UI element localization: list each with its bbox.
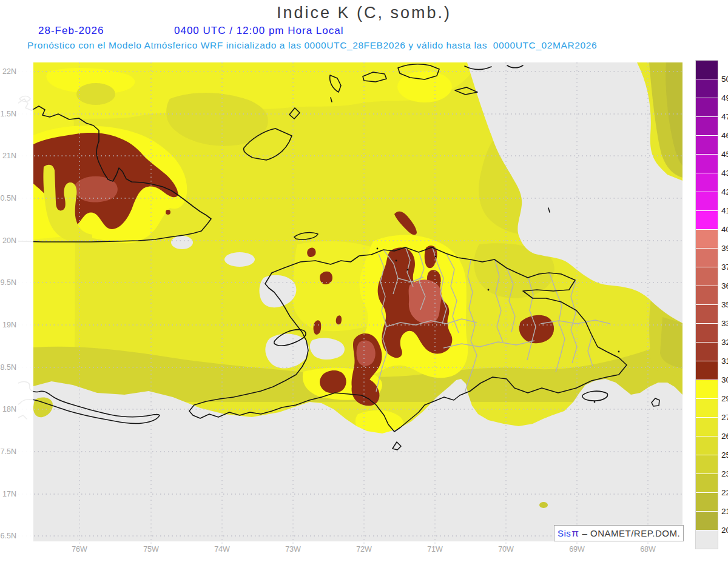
y-axis-label: 21N — [0, 152, 16, 160]
colorbar-cell — [696, 135, 718, 154]
colorbar-cell — [696, 286, 718, 304]
y-axis-label: 9.5N — [0, 278, 16, 287]
colorbar-cell — [696, 380, 718, 398]
y-axis-label: 7.5N — [0, 447, 16, 456]
y-axis-label: 6.5N — [0, 532, 16, 540]
model-subtitle: Pronóstico con el Modelo Atmósferico WRF… — [27, 40, 597, 51]
x-axis-label: 72W — [351, 545, 377, 554]
colorbar-tick-label: 45.2 — [721, 150, 728, 159]
colorbar-tick-label: 33.9 — [721, 319, 728, 328]
colorbar-tick-label: 47.8 — [721, 112, 728, 121]
forecast-date: 28-Feb-2026 — [38, 25, 104, 37]
colorbar-cell — [696, 492, 718, 511]
colorbar-tick-label: 37.8 — [721, 263, 728, 272]
colorbar-tick-label: 20 — [721, 526, 728, 535]
colorbar-tick-label: 25.2 — [721, 450, 728, 460]
colorbar-tick-label: 21.3 — [721, 507, 728, 516]
colorbar-cell — [696, 248, 718, 267]
colorbar-tick-label: 49.1 — [721, 93, 728, 102]
colorbar-tick-label: 31.3 — [721, 356, 728, 366]
colorbar-cell — [696, 61, 718, 79]
x-axis-label: 73W — [280, 545, 306, 554]
y-axis-label: 8.5N — [0, 363, 16, 372]
colorbar-cell — [696, 473, 718, 492]
y-axis-label: 19N — [0, 321, 16, 329]
colorbar-tick-label: 22.6 — [721, 488, 728, 497]
colorbar-tick-label: 41.3 — [721, 206, 728, 215]
east-dr-k30-patch — [519, 315, 554, 343]
colorbar-cell — [696, 530, 718, 549]
colorbar-cell — [696, 98, 718, 116]
small-olive-dot — [539, 502, 548, 508]
colorbar-cell — [696, 154, 718, 173]
colorbar-tick-label: 46.5 — [721, 131, 728, 140]
y-axis-label: 20N — [0, 236, 16, 245]
forecast-hour: 0400 UTC / 12:00 pm Hora Local — [174, 25, 343, 37]
colorbar-tick-label: 43.9 — [721, 169, 728, 178]
y-axis-label: 22N — [0, 67, 16, 76]
pi-symbol: π — [571, 527, 579, 540]
colorbar-tick-label: 39.1 — [721, 244, 728, 253]
colorbar-cell — [696, 398, 718, 417]
colorbar-cell — [696, 304, 718, 323]
colorbar-tick-label: 30 — [721, 375, 728, 384]
x-axis-label: 70W — [493, 545, 519, 554]
colorbar-tick-label: 23.9 — [721, 469, 728, 478]
colorbar-cell — [696, 455, 718, 473]
colorbar-cell — [696, 229, 718, 248]
colorbar-tick-label: 27.8 — [721, 413, 728, 422]
south-haiti-patch — [320, 370, 346, 393]
colorbar-tick-label: 50 — [721, 75, 728, 84]
k-index-map — [18, 62, 682, 549]
x-axis-label: 75W — [138, 545, 164, 554]
colorbar-tick-label: 35.2 — [721, 300, 728, 309]
colorbar-cell — [696, 116, 718, 135]
map-canvas — [18, 62, 682, 549]
cordillera-k34-core — [409, 279, 442, 323]
y-axis-label: 0.5N — [0, 194, 16, 202]
y-axis-label: 1.5N — [0, 110, 16, 118]
colorbar-tick-label: 40 — [721, 225, 728, 234]
colorbar-cell — [696, 323, 718, 342]
colorbar-cell — [696, 417, 718, 436]
colorbar-cell — [696, 436, 718, 455]
domain-edge-strip — [18, 62, 33, 541]
colorbar-cell — [696, 173, 718, 192]
colorbar — [696, 61, 718, 549]
colorbar-tick-label: 29.1 — [721, 394, 728, 403]
colorbar-cell — [696, 267, 718, 286]
colorbar-cell — [696, 79, 718, 98]
x-axis-label: 76W — [66, 545, 93, 554]
colorbar-cell — [696, 192, 718, 210]
sispi-name: Sis — [558, 528, 571, 538]
colorbar-tick-label: 36.5 — [721, 281, 728, 290]
x-axis-label: 68W — [635, 545, 661, 554]
sispi-watermark: Sisπ – ONAMET/REP.DOM. — [554, 525, 684, 541]
y-axis-label: 17N — [0, 490, 16, 498]
x-axis-label: 69W — [564, 545, 590, 554]
y-axis-label: 18N — [0, 405, 16, 413]
colorbar-cell — [696, 210, 718, 229]
colorbar-tick-label: 32.6 — [721, 338, 728, 347]
x-axis-label: 71W — [422, 545, 448, 554]
x-axis-label: 74W — [209, 545, 235, 554]
onamet-label: – ONAMET/REP.DOM. — [582, 528, 680, 538]
colorbar-tick-label: 26.5 — [721, 432, 728, 441]
colorbar-cell — [696, 361, 718, 380]
colorbar-cell — [696, 511, 718, 530]
page-title: Indice K (C, somb.) — [0, 4, 728, 22]
colorbar-cell — [696, 342, 718, 361]
weather-chart-page: Indice K (C, somb.) 28-Feb-2026 0400 UTC… — [0, 0, 728, 562]
colorbar-tick-label: 42.6 — [721, 187, 728, 196]
